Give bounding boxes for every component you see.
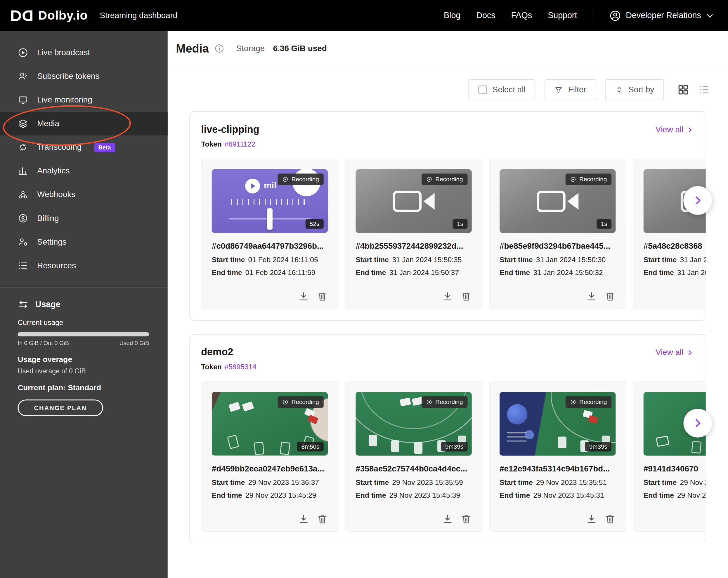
media-item-id: #5a48c28c8368 xyxy=(644,241,706,251)
storage-value: 6.36 GiB used xyxy=(273,44,327,53)
start-time-line: Start time31 Jan 2024 15:50:30 xyxy=(499,256,616,264)
token-link[interactable]: #6911122 xyxy=(224,140,255,148)
carousel-next-button[interactable] xyxy=(683,409,712,438)
media-item-card[interactable]: Recording 9m39s #358ae52c75744b0ca4d4ec.… xyxy=(345,381,482,531)
media-item-card[interactable]: Recording 1s #be85e9f9d3294b67bae445... … xyxy=(489,159,626,309)
grid-view-icon[interactable] xyxy=(677,83,690,96)
user-icon xyxy=(609,10,621,22)
sort-by-button[interactable]: Sort by xyxy=(605,79,664,101)
sidebar-item-label: Media xyxy=(37,119,59,129)
analytics-icon xyxy=(18,166,28,176)
media-item-card[interactable]: #9141d340670 Start time29 Nov 2 End time… xyxy=(633,381,706,531)
start-time-line: Start time29 Nov 2023 15:35:51 xyxy=(499,478,616,487)
delete-button[interactable] xyxy=(317,514,328,525)
download-button[interactable] xyxy=(586,514,597,525)
media-thumbnail: Recording 8m50s xyxy=(212,392,328,456)
download-icon xyxy=(298,514,309,525)
usage-title: Usage xyxy=(35,300,60,309)
list-view-icon[interactable] xyxy=(698,83,710,96)
media-item-card[interactable]: Recording 8m50s #d459bb2eea0247eb9e613a.… xyxy=(201,381,338,531)
media-item-card[interactable]: Recording 9m39s #e12e943fa5314c94b167bd.… xyxy=(489,381,626,531)
view-all-link[interactable]: View all xyxy=(655,348,694,357)
filter-icon xyxy=(554,85,563,94)
download-button[interactable] xyxy=(586,291,597,302)
sidebar: Live broadcast Subscribe tokens Live mon… xyxy=(0,31,168,578)
download-button[interactable] xyxy=(442,291,453,302)
media-item-id: #358ae52c75744b0ca4d4ec... xyxy=(356,464,471,473)
sidebar-item-media[interactable]: Media xyxy=(0,112,168,135)
delete-button[interactable] xyxy=(604,291,616,302)
delete-button[interactable] xyxy=(461,291,472,302)
media-items-row: mil Recording 52s #c0d86749aa644797b3296… xyxy=(201,159,706,309)
media-item-card[interactable]: mil Recording 52s #c0d86749aa644797b3296… xyxy=(201,159,338,309)
account-menu[interactable]: Developer Relations xyxy=(609,10,714,22)
token-line: Token#6911122 xyxy=(201,140,706,148)
delete-button[interactable] xyxy=(461,514,472,525)
end-time-line: End time01 Feb 2024 16:11:59 xyxy=(212,269,328,277)
sidebar-item-live-monitoring[interactable]: Live monitoring xyxy=(0,88,168,112)
sidebar-item-resources[interactable]: Resources xyxy=(0,254,168,277)
sidebar-item-live-broadcast[interactable]: Live broadcast xyxy=(0,41,168,64)
download-button[interactable] xyxy=(298,514,309,525)
end-time-value: 29 Nov 2023 15:45:29 xyxy=(245,491,316,499)
download-icon xyxy=(442,514,453,525)
media-thumbnail: Recording 9m39s xyxy=(356,392,471,456)
resources-icon xyxy=(18,260,28,271)
sidebar-item-settings[interactable]: Settings xyxy=(0,230,168,254)
sidebar-item-analytics[interactable]: Analytics xyxy=(0,159,168,183)
delete-button[interactable] xyxy=(317,291,328,302)
sidebar-item-transcoding[interactable]: Transcoding Beta xyxy=(0,135,168,159)
download-button[interactable] xyxy=(442,514,453,525)
top-header: Dolby.io Streaming dashboard Blog Docs F… xyxy=(0,0,728,31)
info-icon[interactable] xyxy=(214,44,224,53)
brand-name[interactable]: Dolby.io xyxy=(38,8,88,23)
start-time-line: Start time29 Nov 2 xyxy=(644,478,706,487)
filter-button[interactable]: Filter xyxy=(545,79,596,101)
usage-in-out: In 0 GiB / Out 0 GiB xyxy=(18,340,69,347)
recording-badge: Recording xyxy=(278,396,324,408)
view-all-link[interactable]: View all xyxy=(655,125,694,135)
download-button[interactable] xyxy=(298,291,309,302)
sidebar-item-label: Analytics xyxy=(37,166,70,176)
select-all-checkbox[interactable] xyxy=(478,85,487,94)
end-time-label: End time xyxy=(644,491,674,499)
end-time-line: End time31 Jan 2024 15:50:32 xyxy=(499,269,616,277)
token-link[interactable]: #5895314 xyxy=(224,363,257,371)
section-title: demo2 xyxy=(201,347,233,358)
select-all-label: Select all xyxy=(493,85,525,94)
trash-icon xyxy=(604,291,616,302)
sidebar-nav: Live broadcast Subscribe tokens Live mon… xyxy=(0,31,168,277)
sidebar-item-billing[interactable]: Billing xyxy=(0,207,168,230)
thumbnail-text: mil xyxy=(264,181,277,191)
sidebar-item-label: Live broadcast xyxy=(37,48,90,57)
billing-icon xyxy=(18,213,28,224)
nav-faqs[interactable]: FAQs xyxy=(511,11,532,21)
start-time-value: 31 Jan 2024 15:50:35 xyxy=(392,256,462,264)
usage-progress-bar xyxy=(18,332,149,336)
media-item-card[interactable]: Recording 1s #4bb25559372442899232d... S… xyxy=(345,159,482,309)
app-subtitle: Streaming dashboard xyxy=(100,11,178,21)
carousel-next-button[interactable] xyxy=(683,186,712,215)
transcoding-icon xyxy=(18,142,28,153)
usage-overage-title: Usage overage xyxy=(18,355,149,364)
sidebar-item-subscribe-tokens[interactable]: Subscribe tokens xyxy=(0,64,168,88)
sort-icon xyxy=(615,86,623,94)
token-label: Token xyxy=(201,140,222,148)
download-icon xyxy=(442,291,453,302)
token-section-card: demo2 View all Token#5895314 Recording 8… xyxy=(189,334,706,543)
chevron-right-icon xyxy=(692,194,704,207)
beta-badge: Beta xyxy=(94,143,115,152)
media-item-id: #4bb25559372442899232d... xyxy=(356,241,471,251)
sidebar-item-label: Resources xyxy=(37,261,76,270)
end-time-value: 29 Nov 2023 15:45:31 xyxy=(533,491,604,499)
sidebar-item-webhooks[interactable]: Webhooks xyxy=(0,183,168,207)
change-plan-button[interactable]: CHANGE PLAN xyxy=(18,400,103,416)
select-all-button[interactable]: Select all xyxy=(468,79,535,101)
duration-badge: 52s xyxy=(306,219,324,228)
current-usage-label: Current usage xyxy=(18,318,149,327)
nav-blog[interactable]: Blog xyxy=(444,11,461,21)
nav-docs[interactable]: Docs xyxy=(476,11,495,21)
delete-button[interactable] xyxy=(604,514,616,525)
nav-support[interactable]: Support xyxy=(548,11,577,21)
media-item-card[interactable]: #5a48c28c8368 Start time31 Jan 2 End tim… xyxy=(633,159,706,309)
